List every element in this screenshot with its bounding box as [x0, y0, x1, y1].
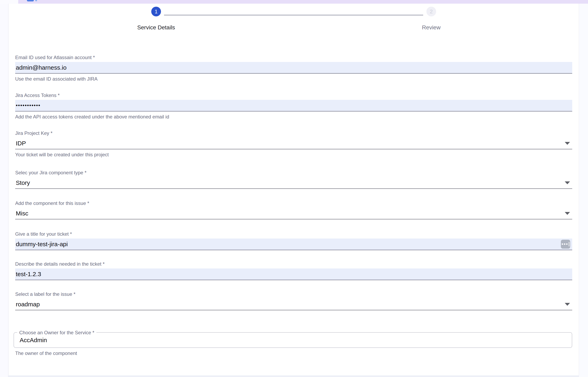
step-2-indicator[interactable]: 2 [426, 7, 436, 16]
step-2-label: Review [422, 24, 441, 31]
tokens-label: Jira Access Tokens * [15, 93, 572, 98]
text-cursor-icon [569, 242, 569, 247]
ticket-title-field-group: Give a title for your ticket * dummy-tes… [15, 231, 572, 250]
ellipsis-icon [564, 243, 565, 245]
component-select[interactable]: Misc [15, 208, 572, 220]
email-label: Email ID used for Atlassain account * [15, 55, 572, 60]
tokens-input-masked-value: ••••••••••• [16, 102, 40, 108]
component-type-selected-value: Story [16, 179, 30, 186]
top-banner [18, 0, 588, 4]
component-selected-value: Misc [16, 210, 28, 217]
email-field-group: Email ID used for Atlassain account * ad… [15, 55, 572, 82]
chevron-down-icon[interactable] [565, 142, 570, 145]
chevron-down-icon[interactable] [565, 181, 570, 184]
project-key-field-group: Jira Project Key * IDP Your ticket will … [15, 130, 572, 157]
step-service-details[interactable]: 1 Service Details [104, 7, 209, 31]
ticket-title-label: Give a title for your ticket * [15, 231, 572, 237]
issue-label-selected-value: roadmap [16, 301, 40, 308]
issue-label-select[interactable]: roadmap [15, 299, 572, 310]
owner-label: Choose an Owner for the Service * [17, 330, 96, 335]
component-type-select[interactable]: Story [15, 177, 572, 189]
stepper: 1 Service Details 2 Review [9, 4, 579, 44]
chevron-down-icon[interactable] [565, 303, 570, 306]
right-rail [579, 4, 588, 377]
tokens-input[interactable]: ••••••••••• [15, 100, 572, 112]
email-helper-text: Use the email ID associated with JIRA [15, 76, 572, 82]
ticket-description-label: Describe the details needed in the ticke… [15, 261, 572, 267]
tokens-helper-text: Add the API access tokens created under … [15, 114, 572, 119]
component-label: Add the component for this issue * [15, 201, 572, 206]
ticket-description-input[interactable]: test-1.2.3 [15, 269, 572, 280]
project-key-select[interactable]: IDP [15, 138, 572, 149]
ticket-title-value: dummy-test-jira-api [16, 241, 68, 248]
expand-editor-button[interactable] [561, 240, 570, 249]
step-review[interactable]: 2 Review [379, 7, 484, 31]
issue-label-field-group: Select a label for the issue * roadmap [15, 292, 572, 310]
owner-input[interactable]: Choose an Owner for the Service * AccAdm… [13, 332, 572, 348]
banner-icon-fragment [35, 0, 37, 1]
footer-edge [9, 375, 579, 377]
email-input[interactable]: admin@harness.io [15, 62, 572, 74]
project-key-label: Jira Project Key * [15, 130, 572, 136]
project-key-helper-text: Your ticket will be created under this p… [15, 152, 572, 157]
owner-value: AccAdmin [20, 337, 47, 344]
banner-icon [27, 0, 34, 1]
component-field-group: Add the component for this issue * Misc [15, 201, 572, 220]
workflow-form-panel: 1 Service Details 2 Review Email ID used… [9, 4, 579, 377]
component-type-label: Selec your Jira component type * [15, 170, 572, 175]
component-type-field-group: Selec your Jira component type * Story [15, 170, 572, 189]
owner-helper-text: The owner of the component [15, 351, 572, 356]
left-rail [0, 4, 9, 377]
chevron-down-icon[interactable] [565, 212, 570, 215]
ticket-description-field-group: Describe the details needed in the ticke… [15, 261, 572, 280]
ticket-description-value: test-1.2.3 [16, 271, 41, 278]
email-input-value: admin@harness.io [16, 64, 67, 71]
ticket-title-input[interactable]: dummy-test-jira-api [15, 238, 572, 250]
issue-label-label: Select a label for the issue * [15, 292, 572, 297]
step-1-indicator[interactable]: 1 [151, 7, 161, 16]
ellipsis-icon [566, 243, 567, 245]
tokens-field-group: Jira Access Tokens * ••••••••••• Add the… [15, 93, 572, 119]
ellipsis-icon [562, 243, 563, 245]
owner-field-group: Choose an Owner for the Service * AccAdm… [15, 332, 572, 356]
step-1-label: Service Details [137, 24, 175, 31]
project-key-selected-value: IDP [16, 140, 26, 147]
